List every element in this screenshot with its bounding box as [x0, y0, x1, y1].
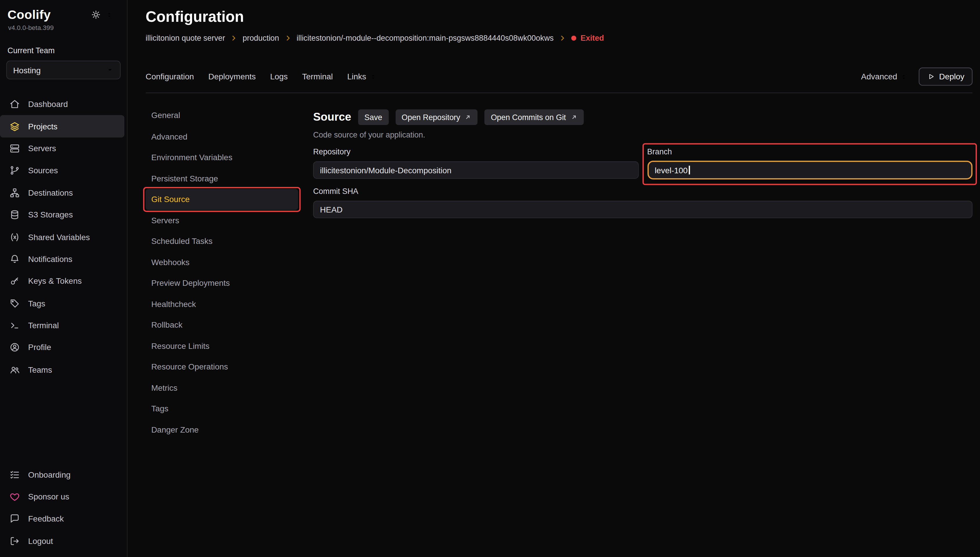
subnav-item-metrics[interactable]: Metrics	[146, 377, 298, 398]
status-text: Exited	[581, 34, 604, 42]
branch-input[interactable]: level-100	[647, 161, 972, 180]
sidebar-item-label: Terminal	[28, 321, 59, 330]
sidebar-item-dashboard[interactable]: Dashboard	[0, 93, 124, 115]
sidebar-item-label: Sources	[28, 166, 58, 175]
sidebar-item-s3-storages[interactable]: S3 Storages	[0, 204, 124, 226]
layers-icon	[9, 121, 20, 132]
sidebar-item-projects[interactable]: Projects	[0, 116, 124, 137]
sidebar-item-label: Sponsor us	[28, 492, 69, 501]
repository-label: Repository	[313, 148, 638, 156]
sidebar-item-shared-variables[interactable]: Shared Variables	[0, 226, 124, 248]
subnav-item-rollback[interactable]: Rollback	[146, 314, 298, 336]
sidebar-item-tags[interactable]: Tags	[0, 292, 124, 314]
deploy-button[interactable]: Deploy	[918, 67, 972, 85]
main-content: Configuration illicitonion quote server …	[128, 0, 980, 557]
open-repository-button[interactable]: Open Repository	[395, 109, 478, 125]
tab-logs[interactable]: Logs	[270, 72, 288, 81]
subnav-item-advanced[interactable]: Advanced	[146, 126, 298, 147]
unfold-icon	[106, 11, 113, 19]
subnav-item-resource-operations[interactable]: Resource Operations	[146, 357, 298, 377]
theme-toggle[interactable]	[91, 10, 119, 19]
sidebar-item-onboarding[interactable]: Onboarding	[0, 463, 124, 485]
team-select[interactable]: Hosting	[7, 61, 121, 80]
subnav-item-danger-zone[interactable]: Danger Zone	[146, 419, 298, 440]
sidebar-item-label: Feedback	[28, 514, 64, 524]
section-description: Code source of your application.	[313, 130, 972, 139]
subnav-item-webhooks[interactable]: Webhooks	[146, 252, 298, 273]
tab-configuration[interactable]: Configuration	[146, 72, 194, 81]
server-icon	[9, 143, 20, 154]
sidebar-item-label: Profile	[28, 343, 51, 352]
tab-deployments[interactable]: Deployments	[208, 72, 256, 81]
save-button[interactable]: Save	[358, 109, 388, 125]
chat-icon	[9, 513, 20, 524]
terminal-icon	[9, 320, 20, 331]
sidebar-item-label: Logout	[28, 536, 53, 546]
page-title: Configuration	[146, 8, 972, 26]
sidebar-item-profile[interactable]: Profile	[0, 337, 124, 359]
subnav-item-resource-limits[interactable]: Resource Limits	[146, 336, 298, 357]
breadcrumb-application[interactable]: illicitestonion/-module--decomposition:m…	[296, 34, 554, 42]
sidebar-item-keys-tokens[interactable]: Keys & Tokens	[0, 270, 124, 292]
subnav-item-tags[interactable]: Tags	[146, 398, 298, 419]
chevron-right-icon	[559, 34, 566, 42]
divider	[146, 93, 972, 93]
breadcrumb: illicitonion quote server production ill…	[146, 34, 972, 42]
variable-icon	[9, 232, 20, 243]
sidebar-item-servers[interactable]: Servers	[0, 137, 124, 160]
chevron-down-icon	[106, 66, 114, 74]
sidebar-item-teams[interactable]: Teams	[0, 359, 124, 381]
logout-icon	[9, 536, 20, 547]
tab-terminal[interactable]: Terminal	[302, 72, 333, 81]
subnav-item-general[interactable]: General	[146, 105, 298, 126]
open-commits-button[interactable]: Open Commits on Git	[484, 109, 583, 125]
key-icon	[9, 276, 20, 287]
commit-sha-field: Commit SHA	[313, 187, 972, 218]
sidebar-item-sources[interactable]: Sources	[0, 160, 124, 182]
heart-icon	[9, 491, 20, 502]
sidebar-item-label: Servers	[28, 144, 56, 153]
users-icon	[9, 364, 20, 375]
sidebar: Coolify v4.0.0-beta.399 Current Team Hos…	[0, 0, 128, 557]
app-window: Coolify v4.0.0-beta.399 Current Team Hos…	[0, 0, 980, 557]
sidebar-item-label: Keys & Tokens	[28, 277, 82, 286]
tabs: Configuration Deployments Logs Terminal …	[146, 72, 377, 81]
sidebar-item-logout[interactable]: Logout	[0, 530, 124, 552]
subnav-item-preview-deployments[interactable]: Preview Deployments	[146, 273, 298, 294]
team-select-value: Hosting	[13, 65, 41, 75]
app-logo: Coolify	[8, 8, 51, 22]
sidebar-item-terminal[interactable]: Terminal	[0, 314, 124, 337]
sidebar-item-label: Dashboard	[28, 99, 68, 109]
subnav-item-scheduled-tasks[interactable]: Scheduled Tasks	[146, 231, 298, 252]
external-link-icon	[465, 114, 472, 121]
tab-links[interactable]: Links	[347, 72, 377, 81]
sidebar-item-sponsor[interactable]: Sponsor us	[0, 486, 124, 508]
advanced-dropdown[interactable]: Advanced	[861, 72, 907, 81]
subnav-item-persistent-storage[interactable]: Persistent Storage	[146, 168, 298, 189]
sidebar-header: Coolify	[0, 8, 127, 22]
sidebar-item-notifications[interactable]: Notifications	[0, 248, 124, 270]
breadcrumb-project[interactable]: illicitonion quote server	[146, 34, 225, 42]
git-branch-icon	[9, 165, 20, 176]
current-team-label: Current Team	[0, 46, 127, 55]
sidebar-item-feedback[interactable]: Feedback	[0, 508, 124, 530]
toolbar: Advanced Deploy	[861, 67, 972, 85]
external-link-icon	[570, 114, 577, 121]
breadcrumb-environment[interactable]: production	[243, 34, 279, 42]
sidebar-item-destinations[interactable]: Destinations	[0, 182, 124, 204]
subnav-item-servers[interactable]: Servers	[146, 210, 298, 231]
sidebar-item-label: Tags	[28, 298, 46, 308]
play-icon	[926, 72, 934, 80]
settings-subnav: General Advanced Environment Variables P…	[146, 105, 298, 557]
sidebar-item-label: Teams	[28, 365, 52, 375]
subnav-item-healthcheck[interactable]: Healthcheck	[146, 294, 298, 314]
subnav-item-environment-variables[interactable]: Environment Variables	[146, 147, 298, 168]
tabs-row: Configuration Deployments Logs Terminal …	[146, 67, 972, 85]
repository-input[interactable]	[313, 161, 638, 179]
source-header: Source Save Open Repository Open Commits…	[313, 109, 972, 125]
commit-sha-input[interactable]	[313, 200, 972, 218]
subnav-item-git-source[interactable]: Git Source	[146, 189, 298, 210]
branch-label: Branch	[647, 148, 972, 156]
sun-icon	[91, 10, 101, 19]
branch-value: level-100	[655, 165, 687, 175]
